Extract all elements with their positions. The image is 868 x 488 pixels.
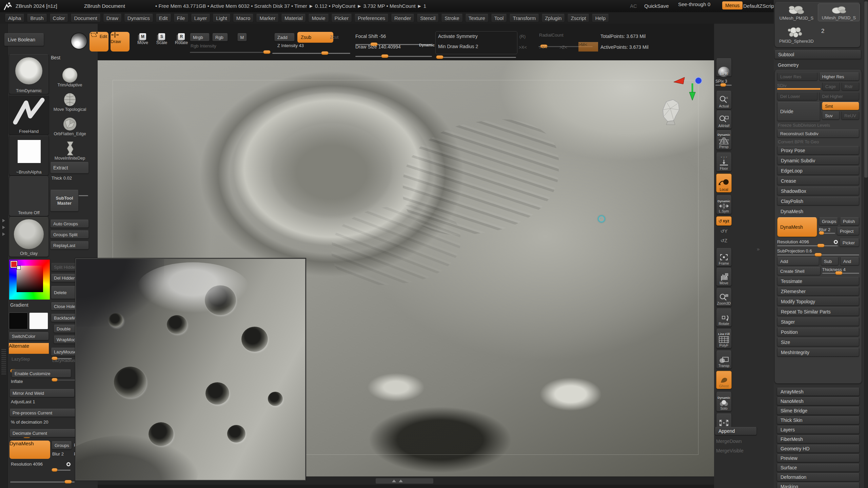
subprojection-handle[interactable] [814,253,822,257]
boolean-add-toggle[interactable]: Add [777,257,819,265]
rgb-intensity-slider[interactable] [190,52,270,53]
zsub-toggle[interactable]: Zsub [297,32,333,43]
tool-slot-3[interactable]: PM3D_Sphere3D [776,26,816,44]
right-panel-scrollbar-thumb[interactable] [864,1,868,178]
spix-handle[interactable] [720,83,726,87]
floor-grid-button[interactable]: x y z Floor [716,152,732,171]
section-layers[interactable]: Layers [777,426,860,434]
dynamesh-blur-slider[interactable] [819,233,835,234]
brush-orb-clay[interactable]: Orb_clay [9,217,49,257]
section-position[interactable]: Position [777,328,859,336]
symmetry-y-toggle[interactable]: >Y< [539,45,547,50]
menu-zplugin[interactable]: Zplugin [541,14,565,22]
brush-orbflatten-edge[interactable]: OrbFlatten_Edge [51,117,89,136]
color-picker[interactable] [9,259,50,300]
menu-macro[interactable]: Macro [233,14,254,22]
auto-groups-button[interactable]: Auto Groups [50,220,89,228]
frame-button[interactable]: Frame [716,248,732,266]
subprojection-slider[interactable] [777,255,859,256]
resolution-slider[interactable] [777,245,838,246]
thickness-handle[interactable] [835,271,843,275]
section-arraymesh[interactable]: ArrayMesh [777,388,860,396]
symmetry-x-toggle[interactable]: >X< [519,45,527,50]
menu-tool[interactable]: Tool [491,14,507,22]
move-mode-button[interactable]: M Move [135,33,151,45]
thickness-slider[interactable] [822,273,860,274]
draw-size-slider[interactable] [355,56,432,57]
smt-toggle[interactable]: Smt [822,102,859,110]
section-size[interactable]: Size [777,338,859,346]
menu-alpha[interactable]: Alpha [5,14,24,22]
edit-mode-button[interactable]: Edit [90,32,108,52]
boolean-sub-toggle[interactable]: Sub [821,257,839,265]
menu-texture[interactable]: Texture [465,14,489,22]
lsym-button[interactable]: Dynamic L.Sym [716,195,732,214]
tool-slot-1[interactable]: UMesh_PM3D_S [776,4,816,21]
decimate-current-button[interactable]: Decimate Current [9,429,76,437]
dynamic-draw-size-toggle[interactable]: Dynamic [419,44,435,47]
draw-mode-button[interactable]: Draw [111,32,130,52]
merge-visible-button[interactable]: MergeVisible [716,448,744,453]
subtool-master-button[interactable]: SubTool Master [50,190,79,211]
local-transform-button[interactable]: Local [716,174,732,192]
symmetry-m-toggle[interactable]: >M< [578,42,598,52]
section-dynamic-subdiv[interactable]: Dynamic Subdiv [777,156,859,165]
section-tessimate[interactable]: Tessimate [777,277,859,285]
brush-trimadaptive[interactable]: TrimAdaptive [51,68,89,87]
convert-bpr-button[interactable]: Convert BPR To Geo [777,139,819,144]
section-zremesher[interactable]: ZRemesher [777,287,859,296]
menu-document[interactable]: Document [71,14,100,22]
lazyradius-handle[interactable] [52,378,58,382]
right-panel-scrollbar[interactable] [864,0,868,488]
alpha-brushalpha[interactable]: ~BrushAlpha [9,136,49,176]
resolution-slider-group[interactable]: Resolution 4096 [777,239,838,246]
menu-render[interactable]: Render [391,14,414,22]
dynamesh-project-toggle[interactable]: Project [837,227,859,235]
rotate-y-toggle[interactable]: ↺Y [719,228,729,234]
current-material-sphere[interactable] [71,33,87,49]
picker-button[interactable]: Picker [840,239,859,247]
dynamesh-groups-toggle[interactable]: Groups [819,217,838,225]
section-repeat-similar[interactable]: Repeat To Similar Parts [777,307,859,316]
texture-off[interactable]: Texture Off [9,176,49,216]
secondary-color-swatch[interactable] [29,312,48,329]
menu-material[interactable]: Material [281,14,306,22]
replay-last-button[interactable]: ReplayLast [50,241,89,249]
menu-edit[interactable]: Edit [156,14,171,22]
section-meshintegrity[interactable]: MeshIntegrity [777,348,859,357]
menu-movie[interactable]: Movie [308,14,329,22]
mesh-preview-window[interactable] [75,258,306,481]
section-geometry-hd[interactable]: Geometry HD [777,445,860,453]
move-canvas-button[interactable]: Move [716,268,732,286]
del-lower-button[interactable]: Del Lower [777,92,817,100]
default-zscript-button[interactable]: DefaultZScript [743,3,775,9]
resolution-slider-left[interactable] [10,482,75,483]
menu-stroke[interactable]: Stroke [441,14,462,22]
activate-symmetry-toggle[interactable]: Activate Symmetry [438,34,478,39]
menu-draw[interactable]: Draw [103,14,122,22]
section-slime-bridge[interactable]: Slime Bridge [777,407,860,415]
actual-size-button[interactable]: x1 Actual [716,91,732,109]
m-toggle[interactable]: M [237,33,247,41]
scale-mode-button[interactable]: S Scale [154,33,170,45]
sdiv-slider-group[interactable]: SDiv [777,83,821,90]
subtool-palette-header[interactable]: Subtool [774,50,861,59]
spix-slider[interactable] [715,85,732,86]
section-claypolish[interactable]: ClayPolish [777,197,859,205]
section-dynamesh-header[interactable]: DynaMesh [777,207,859,216]
dynamesh-blur-handle-left[interactable] [52,468,58,472]
draw-size-handle[interactable] [381,54,389,58]
mrgb-toggle[interactable]: Mrgb [190,33,210,41]
thickness-slider-group[interactable]: Thickness 4 [822,267,860,275]
spix-slider-group[interactable]: SPix 3 [715,79,732,86]
switch-color-button[interactable]: SwitchColor [9,332,49,340]
menu-preferences[interactable]: Preferences [354,14,389,22]
solo-button[interactable]: Dynamic Solo [716,392,732,411]
cage-button[interactable]: Cage [822,82,840,90]
menu-layer[interactable]: Layer [191,14,211,22]
menu-zscript[interactable]: Zscript [567,14,589,22]
menu-light[interactable]: Light [213,14,231,22]
rotate-canvas-button[interactable]: Rotate [716,308,732,327]
zcut-toggle[interactable]: Zcut [330,35,338,40]
menu-color[interactable]: Color [50,14,68,22]
